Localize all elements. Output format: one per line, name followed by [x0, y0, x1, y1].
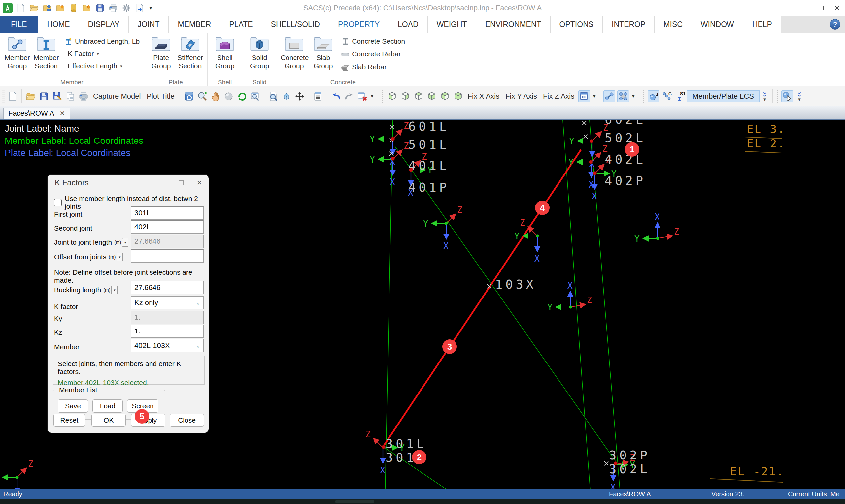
print-button[interactable] — [78, 91, 89, 102]
tab-weight[interactable]: WEIGHT — [428, 16, 476, 33]
concrete-section-button[interactable]: Concrete Section — [341, 37, 405, 46]
buckling-length-field[interactable] — [131, 281, 204, 294]
joint-dot[interactable] — [589, 160, 593, 164]
tab-file[interactable]: FILE — [0, 16, 38, 33]
redraw-button[interactable] — [183, 91, 195, 102]
first-joint-field[interactable] — [131, 206, 204, 220]
tab-misc[interactable]: MISC — [654, 16, 692, 33]
export-icon[interactable] — [135, 3, 145, 13]
slab-group-button[interactable]: SlabGroup — [310, 34, 337, 79]
joint-label-302L[interactable]: 302L — [609, 462, 650, 476]
slab-rebar-button[interactable]: Slab Rebar — [341, 63, 405, 71]
fit-view-button[interactable] — [294, 91, 305, 102]
tab-shell-solid[interactable]: SHELL/SOLID — [262, 16, 329, 33]
joint-marker[interactable] — [584, 134, 587, 139]
open-button[interactable] — [25, 91, 36, 102]
save-as-button[interactable] — [52, 91, 63, 102]
label-mode-dropdown[interactable]: Member/Plate LCS — [687, 90, 759, 102]
save-button[interactable] — [38, 91, 50, 102]
member-line[interactable] — [563, 120, 590, 489]
load-list-button[interactable]: Load — [92, 399, 123, 413]
reset-button[interactable]: Reset — [53, 414, 85, 427]
view-cube-1-button[interactable] — [387, 91, 398, 102]
qat-menu-caret[interactable]: ▼ — [148, 6, 153, 11]
delete-window-button[interactable] — [357, 91, 368, 102]
document-tab[interactable]: Faces\ROW A ✕ — [3, 108, 70, 119]
toolbar-grip[interactable] — [776, 90, 779, 103]
dialog-minimize-button[interactable] — [153, 179, 172, 187]
stiffener-section-button[interactable]: StiffenerSection — [177, 34, 204, 79]
joint-marker[interactable] — [390, 125, 394, 129]
entity-select-button[interactable] — [781, 90, 793, 102]
joint-label-602L[interactable]: 602L — [605, 120, 646, 127]
tab-load[interactable]: LOAD — [389, 16, 428, 33]
view-cube-2-button[interactable] — [400, 91, 411, 102]
zoom-in-button[interactable] — [197, 91, 208, 102]
fix-z-axis-button[interactable]: Fix Z Axis — [540, 92, 577, 101]
joint-marker[interactable] — [582, 121, 586, 125]
shell-group-button[interactable]: ShellGroup — [211, 34, 238, 79]
tab-plate[interactable]: PLATE — [220, 16, 262, 33]
plate-select-mode-button[interactable] — [617, 90, 629, 102]
close-dialog-button[interactable]: Close — [170, 414, 204, 427]
minimize-button[interactable] — [797, 0, 813, 16]
delete-window-caret[interactable]: ▼ — [370, 94, 374, 98]
print-icon[interactable] — [108, 3, 118, 13]
joint-label-401P[interactable]: 401P — [408, 180, 450, 195]
joint-label-502L[interactable]: 502L — [605, 131, 646, 145]
window-layout-button[interactable] — [578, 90, 590, 102]
pan-button[interactable] — [210, 91, 221, 102]
capture-model-button[interactable]: Capture Model — [90, 92, 144, 101]
open-user-folder-icon[interactable] — [42, 3, 52, 13]
label-mode-chevrons[interactable]: ▼ — [761, 91, 769, 101]
use-member-length-checkbox[interactable] — [54, 199, 62, 206]
joint-to-joint-unit-dropdown[interactable]: ▾ — [122, 238, 128, 247]
rotate-ball-button[interactable] — [223, 91, 234, 102]
member-group-button[interactable]: MemberGroup — [4, 34, 31, 79]
dialog-maximize-button[interactable] — [172, 179, 190, 187]
maximize-button[interactable] — [813, 0, 829, 16]
copy-button[interactable] — [65, 91, 76, 102]
window-layout-caret[interactable]: ▼ — [592, 94, 596, 98]
ok-button[interactable]: OK — [91, 414, 126, 427]
buckling-unit-dropdown[interactable]: ▾ — [111, 286, 118, 294]
dialog-title-bar[interactable]: K Factors ✕ — [48, 175, 209, 191]
document-tab-close-icon[interactable]: ✕ — [59, 109, 65, 118]
joint-label-302P[interactable]: 302P — [609, 448, 650, 463]
redo-button[interactable] — [344, 91, 355, 102]
offset-from-joints-field[interactable] — [131, 249, 204, 263]
section-label-toggle-button[interactable]: S1 — [675, 91, 686, 102]
view-cube-4-button[interactable] — [426, 91, 437, 102]
save-icon[interactable] — [95, 3, 105, 13]
view-cube-5-button[interactable] — [439, 91, 451, 102]
tab-options[interactable]: OPTIONS — [550, 16, 603, 33]
joint-label-301L[interactable]: 301L — [386, 437, 427, 451]
offset-unit-dropdown[interactable]: ▾ — [117, 253, 123, 261]
toolbar-grip[interactable] — [2, 90, 5, 103]
tab-window[interactable]: WINDOW — [692, 16, 743, 33]
tab-joint[interactable]: JOINT — [129, 16, 169, 33]
member-section-button[interactable]: MemberSection — [33, 34, 60, 79]
help-icon[interactable]: ? — [830, 19, 840, 30]
fix-x-axis-button[interactable]: Fix X Axis — [465, 92, 503, 101]
k-factor-button[interactable]: K Factor▾ — [64, 50, 140, 58]
dialog-close-button[interactable]: ✕ — [190, 179, 209, 187]
member-select[interactable]: 402L-103X ⌄ — [131, 339, 204, 352]
open-model-icon[interactable] — [29, 3, 39, 13]
zoom-extents-button[interactable] — [268, 91, 279, 102]
joint-dot[interactable] — [391, 157, 395, 161]
toolbar-grip[interactable] — [642, 90, 645, 103]
joint-label-501L[interactable]: 501L — [408, 138, 450, 152]
tab-member[interactable]: MEMBER — [169, 16, 220, 33]
report-button[interactable] — [312, 91, 323, 102]
joint-label-103X[interactable]: 103X — [495, 277, 536, 292]
joint-marker[interactable] — [604, 462, 608, 465]
view-cube-3-button[interactable] — [413, 91, 424, 102]
tab-home[interactable]: HOME — [38, 16, 79, 33]
tab-property[interactable]: PROPERTY — [329, 16, 389, 33]
plate-group-button[interactable]: PlateGroup — [147, 34, 175, 79]
joint-label-401L[interactable]: 401L — [408, 159, 450, 173]
tab-help[interactable]: HELP — [743, 16, 781, 33]
toolbar-grip[interactable] — [382, 90, 384, 103]
view-cube-6-button[interactable] — [453, 91, 464, 102]
